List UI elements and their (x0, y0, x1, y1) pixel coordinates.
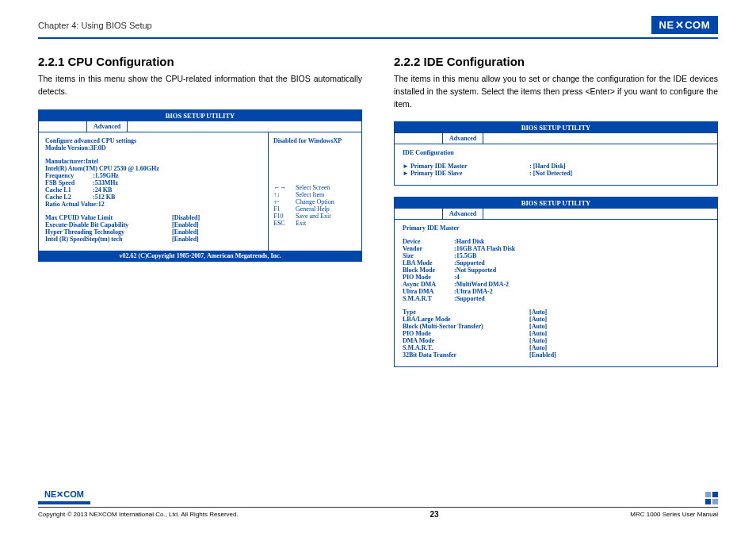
bios-tab-advanced[interactable]: Advanced (86, 121, 128, 132)
bios-tab-row: Advanced (395, 133, 717, 144)
help-k5: F10 (273, 213, 296, 220)
bios-footer: v02.62 (C)Copyright 1985-2007, American … (39, 251, 361, 261)
pio-l: PIO Mode (403, 274, 454, 281)
bios-ide-config-box: BIOS SETUP UTILITY Advanced IDE Configur… (394, 121, 718, 186)
opt-execdisable-value[interactable]: [Enabled] (172, 221, 199, 228)
ide-master-value[interactable]: : [Hard Disk] (529, 163, 566, 170)
blk-v: :Not Supported (454, 266, 496, 274)
page-header: Chapter 4: Using BIOS Setup NE✕COM (38, 16, 718, 39)
lba-l: LBA Mode (403, 259, 454, 266)
opt-hyperthread-value[interactable]: [Enabled] (172, 228, 199, 236)
opt-execdisable-label[interactable]: Execute-Disable Bit Capability (45, 221, 172, 228)
bios-body: Configure advanced CPU settings Module V… (39, 132, 361, 251)
udm-v: :Ultra DMA-2 (454, 288, 493, 295)
siz-l: Size (403, 252, 454, 259)
piomode-v[interactable]: [Auto] (529, 330, 547, 337)
bios-title: BIOS SETUP UTILITY (395, 122, 717, 133)
section-title-cpu: 2.2.1 CPU Configuration (38, 55, 362, 68)
corner-icon (705, 492, 718, 504)
bios-title: BIOS SETUP UTILITY (395, 197, 717, 209)
bios-body: IDE Configuration ► Primary IDE Master: … (395, 144, 717, 185)
help-v4: General Help (296, 205, 330, 213)
left-column: 2.2.1 CPU Configuration The items in thi… (38, 55, 362, 378)
help-v3: Change Option (296, 198, 334, 205)
right-note: Disabled for WindowsXP (273, 137, 357, 144)
help-k2: ↑↓ (273, 191, 296, 198)
mfr: Manufacturer:Intel (45, 158, 262, 165)
section-desc-ide: The items in this menu allow you to set … (394, 73, 718, 110)
opt-hyperthread-label[interactable]: Hyper Threading Technology (45, 228, 172, 236)
brand-logo: NE✕COM (651, 16, 718, 34)
help-v5: Save and Exit (296, 213, 330, 220)
dev-l: Device (403, 238, 454, 245)
footer-brand-logo: NE✕COM (38, 488, 90, 504)
smart-l[interactable]: S.M.A.R.T. (403, 344, 529, 351)
freq-label: Frequency (45, 172, 93, 179)
bios-title: BIOS SETUP UTILITY (39, 110, 361, 121)
l1-label: Cache L1 (45, 186, 93, 194)
bit32-v[interactable]: [Enabled] (529, 351, 556, 359)
type-l[interactable]: Type (403, 309, 529, 316)
help-k4: F1 (273, 205, 296, 213)
module-version: Module Version:3F.0D (45, 144, 262, 151)
block-l[interactable]: Block (Multi-Sector Transfer) (403, 323, 529, 330)
fsb-label: FSB Speed (45, 179, 93, 186)
bios-ide-master-box: BIOS SETUP UTILITY Advanced Primary IDE … (394, 197, 718, 367)
l2-label: Cache L2 (45, 194, 93, 201)
ratio: Ratio Actual Value:12 (45, 201, 262, 208)
sma-l: S.M.A.R.T (403, 295, 454, 302)
help-k1: ←→ (273, 184, 296, 191)
ven-v: :16GB ATA Flash Disk (454, 245, 515, 252)
help-k6: ESC (273, 220, 296, 227)
opt-speedstep-label[interactable]: Intel (R) SpeedStep(tm) tech (45, 236, 172, 243)
ide-slave-value[interactable]: : [Not Detected] (529, 170, 572, 177)
fsb-value: :533MHz (93, 179, 118, 186)
bios-tab-row: Advanced (39, 121, 361, 132)
page-footer: Copyright © 2013 NEXCOM International Co… (38, 507, 718, 519)
dmamode-v[interactable]: [Auto] (529, 337, 547, 344)
opt-speedstep-value[interactable]: [Enabled] (172, 236, 199, 243)
section-title-ide: 2.2.2 IDE Configuration (394, 55, 718, 68)
bios-body: Primary IDE Master Device:Hard Disk Vend… (395, 220, 717, 366)
help-k3: +- (273, 198, 296, 205)
ide-slave-label[interactable]: ► Primary IDE Slave (403, 170, 529, 177)
smart-v[interactable]: [Auto] (529, 344, 547, 351)
lba-v: :Supported (454, 259, 485, 266)
adm-v: :MultiWord DMA-2 (454, 281, 509, 288)
cpu-name: Intel(R) Atom(TM) CPU 2530 @ 1.60GHz (45, 165, 262, 172)
block-v[interactable]: [Auto] (529, 323, 547, 330)
udm-l: Ultra DMA (403, 288, 454, 295)
bios-tab-advanced[interactable]: Advanced (442, 133, 483, 144)
help-v6: Exit (296, 220, 306, 227)
pio-v: :4 (454, 274, 460, 281)
page-number: 23 (430, 510, 438, 519)
bios-tab-row: Advanced (395, 209, 717, 220)
help-block: ←→Select Screen ↑↓Select Item +-Change O… (273, 184, 357, 227)
dmamode-l[interactable]: DMA Mode (403, 337, 529, 344)
help-v1: Select Screen (296, 184, 330, 191)
chapter-title: Chapter 4: Using BIOS Setup (38, 21, 152, 30)
opt-maxcpuid-value[interactable]: [Disabled] (172, 214, 200, 221)
cpu-heading: Configure advanced CPU settings (45, 137, 262, 144)
content: 2.2.1 CPU Configuration The items in thi… (38, 55, 718, 378)
copyright: Copyright © 2013 NEXCOM International Co… (38, 511, 239, 518)
help-v2: Select Item (296, 191, 324, 198)
sma-v: :Supported (454, 295, 485, 302)
lbalarge-l[interactable]: LBA/Large Mode (403, 316, 529, 323)
type-v[interactable]: [Auto] (529, 309, 547, 316)
lbalarge-v[interactable]: [Auto] (529, 316, 547, 323)
adm-l: Async DMA (403, 281, 454, 288)
bios-cpu-box: BIOS SETUP UTILITY Advanced Configure ad… (38, 109, 362, 262)
l2-value: :512 KB (93, 194, 115, 201)
freq-value: :1.59GHz (93, 172, 119, 179)
opt-maxcpuid-label[interactable]: Max CPUID Value Limit (45, 214, 172, 221)
bit32-l[interactable]: 32Bit Data Transfer (403, 351, 529, 359)
bios-tab-advanced[interactable]: Advanced (442, 209, 483, 219)
ven-l: Vendor (403, 245, 454, 252)
ide-master-heading: Primary IDE Master (403, 224, 709, 232)
ide-heading: IDE Configuration (403, 149, 709, 156)
manual-name: MRC 1000 Series User Manual (630, 511, 718, 518)
ide-master-label[interactable]: ► Primary IDE Master (403, 163, 529, 170)
piomode-l[interactable]: PIO Mode (403, 330, 529, 337)
right-column: 2.2.2 IDE Configuration The items in thi… (394, 55, 718, 378)
